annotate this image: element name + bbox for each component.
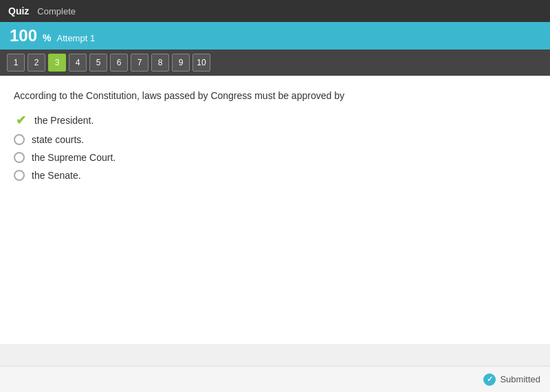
footer: ✓ Submitted (0, 366, 550, 392)
pagination-bar: 12345678910 (0, 50, 550, 76)
status-label: Complete (37, 6, 76, 17)
quiz-label: Quiz (8, 6, 29, 17)
answer-item[interactable]: the Senate. (14, 170, 536, 181)
submitted-icon: ✓ (483, 373, 496, 386)
answer-item[interactable]: the Supreme Court. (14, 152, 536, 163)
score-percent: 100 (10, 28, 37, 44)
page-btn-9[interactable]: 9 (172, 54, 190, 72)
answer-item[interactable]: ✔the President. (14, 113, 536, 127)
top-bar: Quiz Complete (0, 0, 550, 22)
radio-icon[interactable] (14, 170, 25, 181)
question-text: According to the Constitution, laws pass… (14, 90, 536, 101)
score-attempt: Attempt 1 (57, 33, 96, 43)
page-btn-1[interactable]: 1 (7, 54, 25, 72)
page-btn-3[interactable]: 3 (48, 54, 66, 72)
answer-label: the President. (34, 115, 94, 126)
main-content: According to the Constitution, laws pass… (0, 76, 550, 344)
quiz-container: Quiz Complete 100 % Attempt 1 1234567891… (0, 0, 550, 392)
page-btn-10[interactable]: 10 (192, 54, 210, 72)
page-btn-8[interactable]: 8 (151, 54, 169, 72)
page-btn-5[interactable]: 5 (89, 54, 107, 72)
answer-label: the Senate. (32, 170, 81, 181)
answer-item[interactable]: state courts. (14, 134, 536, 145)
radio-icon[interactable] (14, 134, 25, 145)
page-btn-2[interactable]: 2 (28, 54, 45, 72)
page-btn-7[interactable]: 7 (131, 54, 148, 72)
radio-icon[interactable] (14, 152, 25, 163)
score-bar: 100 % Attempt 1 (0, 22, 550, 50)
answer-label: state courts. (32, 134, 84, 145)
score-symbol: % (43, 32, 51, 43)
check-icon: ✔ (14, 113, 28, 127)
answer-label: the Supreme Court. (32, 152, 116, 163)
answers-list: ✔the President.state courts.the Supreme … (14, 113, 536, 181)
page-btn-6[interactable]: 6 (110, 54, 128, 72)
submitted-text: Submitted (500, 374, 540, 384)
page-btn-4[interactable]: 4 (69, 54, 87, 72)
